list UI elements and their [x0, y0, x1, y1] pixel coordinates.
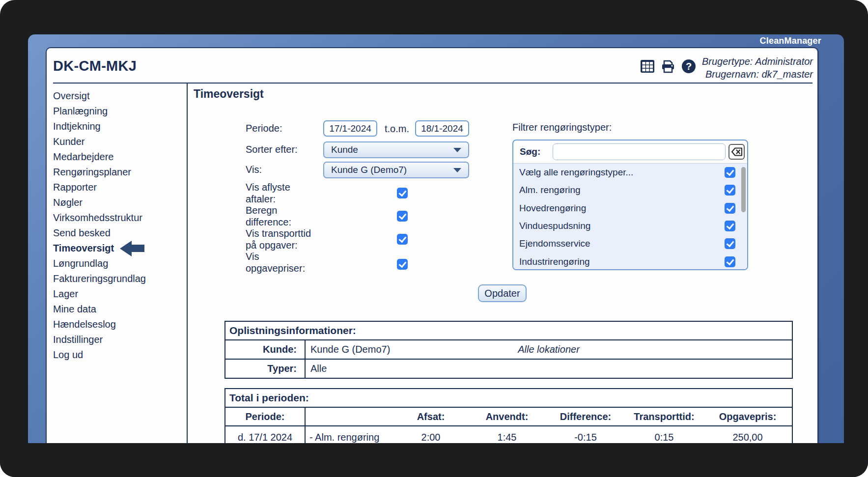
sidebar-item-timeoversigt[interactable]: Timeoversigt	[53, 241, 185, 256]
table-row: Typer: Alle	[225, 360, 792, 378]
lokationer-note: Alle lokationer	[518, 344, 580, 355]
list-item-select-all[interactable]: Vælg alle rengøringstyper...	[513, 164, 747, 181]
list-item-industrirengoering[interactable]: Industrirengøring	[513, 253, 747, 270]
opdater-button[interactable]: Opdater	[478, 284, 527, 302]
sidebar-divider	[187, 84, 188, 443]
backspace-icon	[731, 147, 743, 156]
chevron-down-icon	[453, 168, 461, 172]
totals-table-title: Total i perioden:	[225, 389, 792, 408]
sidebar-item-mine-data[interactable]: Mine data	[53, 302, 185, 317]
info-table-title: Oplistningsinformationer:	[225, 322, 792, 340]
col-afsat: Afsat:	[394, 408, 468, 425]
vis-transporttid-checkbox[interactable]	[397, 234, 408, 245]
filter-search-row: Søg:	[513, 140, 747, 163]
list-item-hovedrengoering[interactable]: Hovedrengøring	[513, 199, 747, 217]
alm-rengoering-checkbox[interactable]	[725, 185, 735, 196]
col-periode: Periode:	[225, 408, 306, 425]
user-type: Brugertype: Administrator	[702, 55, 813, 68]
header-divider	[53, 83, 812, 84]
vis-label: Vis:	[246, 164, 327, 176]
sidebar-item-virksomhedsstruktur[interactable]: Virksomhedsstruktur	[53, 210, 185, 225]
beregn-difference-checkbox[interactable]	[397, 211, 408, 222]
list-item-alm-rengoering[interactable]: Alm. rengøring	[513, 181, 747, 199]
sidebar-item-send-besked[interactable]: Send besked	[53, 225, 185, 241]
typer-label: Typer:	[225, 360, 306, 378]
col-anvendt: Anvendt:	[468, 408, 546, 425]
sidebar-item-log-ud[interactable]: Log ud	[53, 347, 185, 363]
page-title: DK-CM-MKJ	[53, 58, 137, 74]
sidebar-item-medarbejdere[interactable]: Medarbejdere	[53, 149, 185, 165]
vis-opgavepriser-checkbox[interactable]	[397, 259, 408, 270]
window-frame: CleanManager DK-CM-MKJ	[0, 0, 868, 477]
typer-value: Alle	[310, 363, 327, 374]
sidebar-item-rapporter[interactable]: Rapporter	[53, 180, 185, 195]
filter-heading: Filtrer rengøringstyper:	[512, 122, 612, 133]
totals-header-row: Periode: Afsat: Anvendt: Difference: Tra…	[225, 408, 792, 426]
kunde-label: Kunde:	[225, 340, 306, 359]
content-heading: Timeoversigt	[194, 87, 264, 101]
print-icon[interactable]	[661, 59, 675, 74]
sidebar-item-indtjekning[interactable]: Indtjekning	[53, 119, 185, 134]
screenshot-root: CleanManager DK-CM-MKJ	[0, 0, 868, 477]
brand-logo: CleanManager	[760, 36, 821, 46]
vis-opgavepriser-label: Vis opgavepriser:	[246, 251, 314, 274]
sidebar-item-kunder[interactable]: Kunder	[53, 134, 185, 149]
help-icon[interactable]: ?	[681, 59, 696, 74]
beregn-difference-label: Beregn difference:	[246, 205, 314, 228]
periode-label: Periode:	[246, 123, 327, 135]
sidebar-item-loengrundlag[interactable]: Løngrundlag	[53, 256, 185, 271]
col-type	[306, 408, 394, 425]
filter-panel: Søg: Vælg alle rengøringstyper... Alm. r…	[512, 140, 748, 270]
vis-transporttid-label: Vis transporttid på opgaver:	[246, 228, 324, 251]
header-toolbar: ?	[640, 59, 696, 74]
sidebar-item-haendelseslog[interactable]: Hændelseslog	[53, 317, 185, 332]
search-label: Søg:	[520, 146, 540, 157]
sidebar-item-noegler[interactable]: Nøgler	[53, 195, 185, 210]
totals-table: Total i perioden: Periode: Afsat: Anvend…	[224, 388, 793, 449]
table-row: Kunde: Kunde G (Demo7) Alle lokationer	[225, 340, 792, 360]
vis-aflyste-aftaler-checkbox[interactable]	[397, 188, 408, 198]
industrirengoering-checkbox[interactable]	[725, 256, 735, 267]
periode-to-input[interactable]	[415, 120, 469, 137]
vis-aflyste-aftaler-label: Vis aflyste aftaler:	[246, 182, 314, 205]
ejendomsservice-checkbox[interactable]	[725, 238, 735, 249]
sidebar-nav: Oversigt Planlægning Indtjekning Kunder …	[53, 88, 185, 363]
sidebar-item-faktureringsgrundlag[interactable]: Faktureringsgrundlag	[53, 271, 185, 286]
active-item-arrow-icon	[120, 241, 144, 256]
user-info: Brugertype: Administrator Brugernavn: dk…	[702, 55, 813, 81]
select-all-checkbox[interactable]	[725, 167, 735, 178]
chevron-down-icon	[453, 148, 461, 152]
tom-label: t.o.m.	[381, 123, 413, 135]
hovedrengoering-checkbox[interactable]	[725, 203, 735, 214]
sidebar-item-planlaegning[interactable]: Planlægning	[53, 104, 185, 119]
sorter-efter-select[interactable]: Kunde	[323, 141, 469, 158]
table-grid-icon[interactable]	[640, 59, 655, 74]
col-opgavepris: Opgavepris:	[703, 408, 792, 425]
sidebar-item-rengoeringsplaner[interactable]: Rengøringsplaner	[53, 165, 185, 180]
sorter-efter-label: Sorter efter:	[246, 144, 327, 156]
periode-from-input[interactable]	[323, 120, 377, 137]
cleaning-type-list: Vælg alle rengøringstyper... Alm. rengør…	[513, 163, 747, 270]
kunde-value: Kunde G (Demo7)	[310, 344, 390, 355]
sidebar-item-lager[interactable]: Lager	[53, 286, 185, 302]
col-transporttid: Transporttid:	[625, 408, 703, 425]
user-name: Brugernavn: dk7_master	[702, 68, 813, 81]
vinduespudsning-checkbox[interactable]	[725, 221, 735, 231]
frame-bottom-edge	[0, 443, 868, 477]
scrollbar-thumb[interactable]	[741, 167, 746, 212]
col-difference: Difference:	[546, 408, 625, 425]
list-item-ejendomsservice[interactable]: Ejendomsservice	[513, 235, 747, 253]
vis-select[interactable]: Kunde G (Demo7)	[323, 162, 469, 178]
sidebar-item-oversigt[interactable]: Oversigt	[53, 88, 185, 104]
info-table: Oplistningsinformationer: Kunde: Kunde G…	[224, 321, 793, 379]
sidebar-item-indstillinger[interactable]: Indstillinger	[53, 332, 185, 347]
search-input[interactable]	[553, 143, 726, 160]
clear-search-button[interactable]	[728, 144, 745, 160]
list-item-vinduespudsning[interactable]: Vinduespudsning	[513, 217, 747, 235]
